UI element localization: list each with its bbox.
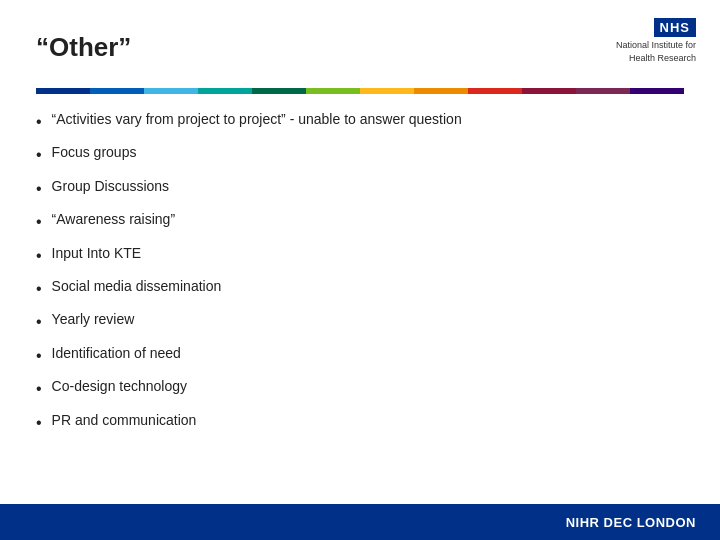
nhs-logo: NHS National Institute for Health Resear…	[616, 18, 696, 64]
bullet-dot: •	[36, 245, 42, 267]
bullet-dot: •	[36, 211, 42, 233]
color-bar-segment	[630, 88, 684, 94]
color-bar-segment	[36, 88, 90, 94]
bullet-dot: •	[36, 144, 42, 166]
bullet-dot: •	[36, 311, 42, 333]
color-bar-segment	[252, 88, 306, 94]
bullet-dot: •	[36, 111, 42, 133]
color-bar-segment	[576, 88, 630, 94]
color-bar-segment	[414, 88, 468, 94]
nhs-subtitle: National Institute for Health Research	[616, 39, 696, 64]
color-bar-segment	[144, 88, 198, 94]
color-bar	[36, 88, 684, 94]
bullet-text: “Awareness raising”	[52, 210, 684, 230]
list-item: •Group Discussions	[36, 177, 684, 200]
bullet-dot: •	[36, 412, 42, 434]
list-item: •Yearly review	[36, 310, 684, 333]
nhs-badge: NHS	[654, 18, 696, 37]
bullet-text: PR and communication	[52, 411, 684, 431]
bullet-dot: •	[36, 345, 42, 367]
bullet-dot: •	[36, 378, 42, 400]
list-item: • Focus groups	[36, 143, 684, 166]
list-item: •PR and communication	[36, 411, 684, 434]
bullet-text: Co-design technology	[52, 377, 684, 397]
footer-text: NIHR DEC LONDON	[566, 515, 696, 530]
bullet-text: Group Discussions	[52, 177, 684, 197]
slide: NHS National Institute for Health Resear…	[0, 0, 720, 540]
color-bar-segment	[306, 88, 360, 94]
bullet-text: Social media dissemination	[52, 277, 684, 297]
bullet-text: Input Into KTE	[52, 244, 684, 264]
bullet-dot: •	[36, 178, 42, 200]
color-bar-segment	[522, 88, 576, 94]
list-item: •“Awareness raising”	[36, 210, 684, 233]
list-item: •“Activities vary from project to projec…	[36, 110, 684, 133]
bullet-dot: •	[36, 278, 42, 300]
list-item: •Social media dissemination	[36, 277, 684, 300]
color-bar-segment	[198, 88, 252, 94]
page-title: “Other”	[36, 32, 131, 63]
color-bar-segment	[90, 88, 144, 94]
bullet-text: “Activities vary from project to project…	[52, 110, 684, 130]
list-item: •Input Into KTE	[36, 244, 684, 267]
bullet-list: •“Activities vary from project to projec…	[36, 110, 684, 444]
color-bar-segment	[468, 88, 522, 94]
color-bar-segment	[360, 88, 414, 94]
bullet-text: Identification of need	[52, 344, 684, 364]
list-item: •Co-design technology	[36, 377, 684, 400]
bullet-text: Yearly review	[52, 310, 684, 330]
footer: NIHR DEC LONDON	[0, 504, 720, 540]
bullet-text: Focus groups	[52, 143, 684, 163]
list-item: •Identification of need	[36, 344, 684, 367]
